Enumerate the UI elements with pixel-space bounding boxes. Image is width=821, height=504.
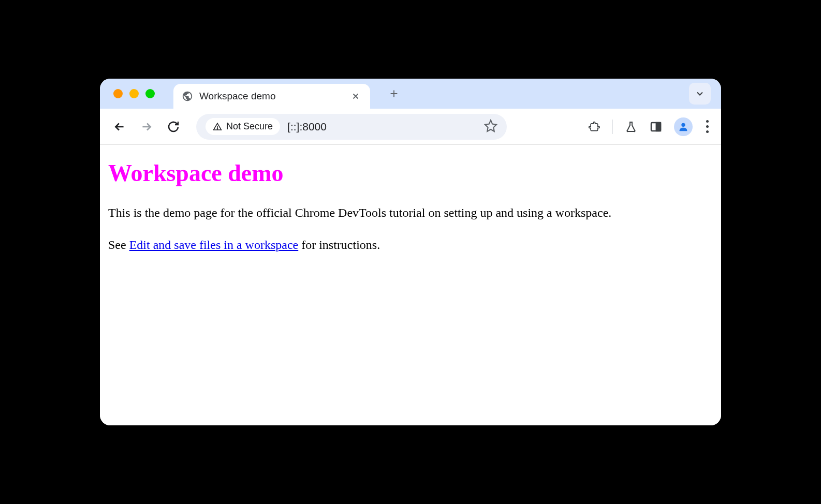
paragraph-suffix: for instructions. [298,238,380,251]
flask-icon [625,121,637,133]
security-chip[interactable]: Not Secure [206,118,280,135]
svg-point-3 [681,123,685,126]
toolbar-actions [588,117,711,136]
page-content: Workspace demo This is the demo page for… [100,145,721,425]
url-text: [::]:8000 [287,121,327,133]
new-tab-button[interactable] [385,84,403,103]
globe-icon [182,91,193,102]
close-window-button[interactable] [113,89,123,98]
browser-tab[interactable]: Workspace demo [173,84,370,109]
person-icon [678,121,689,132]
panel-icon [650,121,662,133]
tab-title: Workspace demo [199,91,343,102]
paragraph-prefix: See [108,238,129,251]
svg-point-0 [217,128,217,129]
star-icon [484,119,497,132]
toolbar-divider [612,120,613,134]
labs-button[interactable] [624,120,638,134]
page-paragraph-2: See Edit and save files in a workspace f… [108,236,713,254]
forward-button[interactable] [137,117,156,136]
maximize-window-button[interactable] [145,89,155,98]
address-bar[interactable]: Not Secure [::]:8000 [196,114,507,140]
tutorial-link[interactable]: Edit and save files in a workspace [129,238,299,251]
bookmark-button[interactable] [484,119,497,135]
tab-strip: Workspace demo [100,79,721,109]
extensions-button[interactable] [588,120,601,134]
profile-button[interactable] [674,117,693,136]
browser-window: Workspace demo Not Secure [::]:8000 [100,79,721,425]
window-controls [113,89,155,98]
svg-rect-2 [656,123,661,131]
reload-button[interactable] [164,117,183,136]
security-label: Not Secure [226,121,273,132]
tab-search-button[interactable] [689,83,711,105]
puzzle-icon [588,121,600,133]
minimize-window-button[interactable] [129,89,139,98]
close-tab-button[interactable] [349,90,362,102]
side-panel-button[interactable] [649,120,663,134]
page-heading: Workspace demo [108,159,713,187]
menu-button[interactable] [704,118,711,135]
warning-icon [213,122,222,131]
back-button[interactable] [110,117,129,136]
page-paragraph-1: This is the demo page for the official C… [108,204,713,222]
toolbar: Not Secure [::]:8000 [100,109,721,145]
